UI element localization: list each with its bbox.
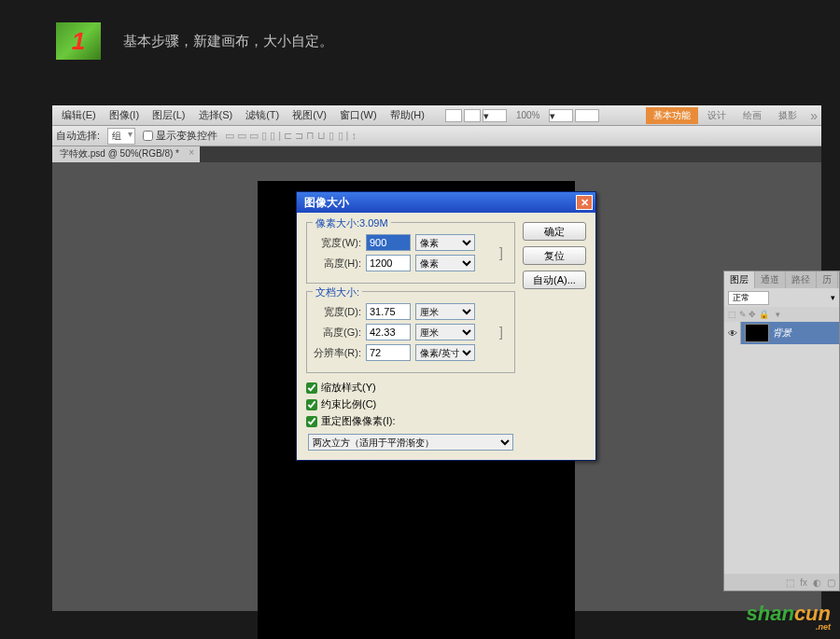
link-icon[interactable]: ] [499,230,509,275]
menu-bar: 编辑(E) 图像(I) 图层(L) 选择(S) 滤镜(T) 视图(V) 窗口(W… [52,105,821,126]
tool-icon[interactable] [445,109,462,122]
height-h-label: 高度(H): [313,257,361,271]
reset-button[interactable]: 复位 [523,246,586,265]
menu-filter[interactable]: 滤镜(T) [240,106,285,124]
menu-image[interactable]: 图像(I) [104,106,145,124]
width-w-input[interactable] [366,234,411,251]
resolution-label: 分辨率(R): [313,346,361,360]
screen-mode-icon[interactable]: ▾ [483,109,507,122]
menu-help[interactable]: 帮助(H) [385,106,430,124]
pixel-dimensions-group: 像素大小:3.09M 宽度(W): 像素 高度(H): 像素 [306,222,515,284]
document-size-group: 文档大小: 宽度(D): 厘米 高度(G): 厘米 [306,291,515,373]
step-badge: 1 [56,22,101,60]
step-description: 基本步骤，新建画布，大小自定。 [123,33,333,50]
width-d-unit[interactable]: 厘米 [415,303,475,320]
close-button[interactable]: ✕ [576,195,593,210]
width-d-input[interactable] [366,303,411,320]
arrange-icon[interactable] [575,109,599,122]
options-bar: 自动选择: 组 显示变换控件 ▭ ▭ ▭ ▯ ▯ | ⊏ ⊐ ⊓ ⊔ ▯ ▯ |… [52,126,821,146]
watermark: shancun .net [747,602,831,632]
height-h-input[interactable] [366,255,411,271]
interpolation-select[interactable]: 两次立方（适用于平滑渐变） [308,434,513,451]
resolution-input[interactable] [366,344,411,361]
tab-channels[interactable]: 通道 [755,271,786,288]
menu-select[interactable]: 选择(S) [193,106,239,124]
show-transform-checkbox[interactable]: 显示变换控件 [143,129,217,143]
workspace-photo[interactable]: 摄影 [771,107,805,124]
ok-button[interactable]: 确定 [523,222,586,241]
layer-name: 背景 [773,326,791,340]
dialog-titlebar[interactable]: 图像大小 ✕ [297,192,595,213]
opacity-label: ▾ [831,293,835,302]
lock-icons[interactable]: ⬚ ✎ ✥ 🔒 ▾ [724,307,839,322]
auto-select-label: 自动选择: [56,129,100,143]
layers-panel: 图层 通道 路径 历 正常 ▾ ⬚ ✎ ✥ 🔒 ▾ 👁 背景 ⬚ fx ◐ ▢ [723,271,840,591]
link-icon[interactable]: ⬚ [786,577,794,588]
layer-row-background[interactable]: 👁 背景 [724,322,839,344]
visibility-icon[interactable]: 👁 [724,322,741,344]
workspace-design[interactable]: 设计 [700,107,734,124]
tab-paths[interactable]: 路径 [786,271,817,288]
resample-checkbox[interactable] [306,416,317,427]
scale-styles-checkbox[interactable] [306,382,317,394]
workspace-basic[interactable]: 基本功能 [646,107,698,124]
height-g-label: 高度(G): [313,326,361,340]
layers-footer: ⬚ fx ◐ ▢ [724,574,839,590]
menu-window[interactable]: 窗口(W) [334,106,383,124]
constrain-checkbox[interactable] [306,399,317,410]
layer-list: 👁 背景 [724,322,839,574]
height-g-input[interactable] [366,324,411,340]
width-d-label: 宽度(D): [313,305,361,319]
height-h-unit[interactable]: 像素 [415,255,475,271]
link-icon[interactable]: ] [499,299,509,365]
align-icons[interactable]: ▭ ▭ ▭ ▯ ▯ | ⊏ ⊐ ⊓ ⊔ ▯ ▯ | ↕ [225,130,357,142]
zoom-level[interactable]: 100% [509,108,548,122]
pixel-size-legend: 像素大小:3.09M [313,216,391,230]
menu-edit[interactable]: 编辑(E) [56,106,102,124]
folder-icon[interactable]: ▢ [827,577,835,588]
menu-layer[interactable]: 图层(L) [147,106,190,124]
width-w-label: 宽度(W): [313,236,361,250]
fx-icon[interactable]: fx [800,577,807,588]
workspace-paint[interactable]: 绘画 [735,107,769,124]
blend-mode-select[interactable]: 正常 [728,291,769,305]
document-tabs: 字特效.psd @ 50%(RGB/8) * × [52,146,821,162]
tab-layers[interactable]: 图层 [724,271,755,288]
auto-select-combo[interactable]: 组 [107,128,135,145]
image-size-dialog: 图像大小 ✕ 像素大小:3.09M 宽度(W): 像素 高度(H): [296,191,596,461]
mask-icon[interactable]: ◐ [813,577,821,588]
doc-size-legend: 文档大小: [313,285,362,299]
document-tab[interactable]: 字特效.psd @ 50%(RGB/8) * × [52,146,200,162]
menu-view[interactable]: 视图(V) [287,106,332,124]
resolution-unit[interactable]: 像素/英寸 [415,344,475,361]
width-w-unit[interactable]: 像素 [415,234,475,251]
close-icon[interactable]: × [189,147,194,158]
tab-history[interactable]: 历 [817,271,838,288]
tool-icon[interactable] [464,109,481,122]
layer-thumbnail[interactable] [745,324,769,342]
height-g-unit[interactable]: 厘米 [415,324,475,340]
arrange-icon[interactable]: ▾ [549,109,573,122]
chevron-right-icon[interactable]: » [810,108,818,123]
auto-button[interactable]: 自动(A)... [523,271,586,289]
